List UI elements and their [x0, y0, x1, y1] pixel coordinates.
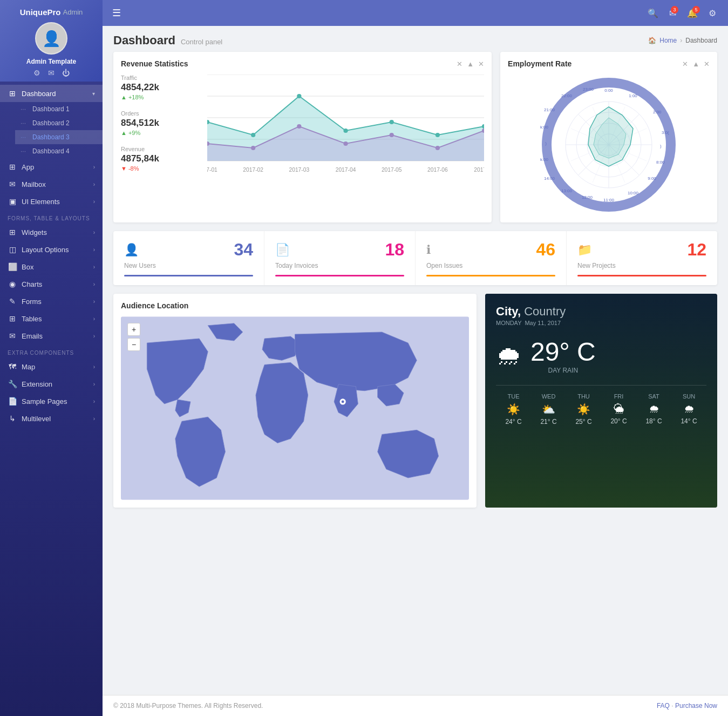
- sidebar-item-dashboard4[interactable]: Dashboard 4: [15, 144, 103, 158]
- sidebar-item-widgets[interactable]: ⊞ Widgets ›: [0, 224, 103, 241]
- sidebar-item-emails[interactable]: ✉ Emails ›: [0, 327, 103, 345]
- sidebar-item-app[interactable]: ⊞ App ›: [0, 158, 103, 175]
- svg-text:2:00: 2:00: [653, 110, 662, 114]
- sidebar-item-dashboard[interactable]: ⊞ Dashboard ▾: [0, 85, 103, 102]
- layout-options-icon: ◫: [8, 245, 17, 254]
- svg-text:0:00: 0:00: [604, 88, 613, 93]
- audience-card-header: Audience Location: [121, 301, 469, 310]
- employment-expand-btn[interactable]: ✕: [704, 60, 710, 68]
- sidebar-item-dashboard2[interactable]: Dashboard 2: [15, 116, 103, 130]
- avatar: 👤: [35, 22, 67, 55]
- map-controls: + −: [127, 323, 140, 351]
- map-zoom-out-button[interactable]: −: [127, 338, 140, 351]
- new-users-value: 34: [234, 240, 253, 260]
- revenue-card-title: Revenue Statistics: [121, 59, 188, 68]
- topbar: ☰ 🔍 ✉ 3 🔔 5 ⚙: [103, 0, 728, 26]
- sidebar-item-extension[interactable]: 🔧 Extension ›: [0, 375, 103, 393]
- settings-button[interactable]: ⚙: [706, 6, 718, 21]
- sidebar-item-map[interactable]: 🗺 Map ›: [0, 358, 103, 375]
- sample-pages-arrow-icon: ›: [93, 398, 95, 404]
- sidebar-item-sample-pages[interactable]: 📄 Sample Pages ›: [0, 393, 103, 410]
- forms-label: Forms: [22, 298, 42, 306]
- svg-point-14: [343, 129, 348, 133]
- stat-traffic-change: ▲ +18%: [121, 94, 201, 100]
- stat-revenue-change: ▼ -8%: [121, 165, 201, 172]
- map-zoom-in-button[interactable]: +: [127, 323, 140, 336]
- dashboard3-label: Dashboard 3: [32, 133, 70, 141]
- audience-card-title: Audience Location: [121, 301, 188, 310]
- new-users-label: New Users: [124, 262, 253, 269]
- stats-open-issues: ℹ 46 Open Issues: [416, 231, 567, 285]
- stat-orders-change: ▲ +9%: [121, 130, 201, 136]
- open-issues-label: Open Issues: [426, 262, 555, 269]
- svg-text:2017-03: 2017-03: [289, 167, 310, 173]
- forecast-thu-temp: 25° C: [566, 418, 601, 425]
- stats-new-projects: 📁 12 New Projects: [567, 231, 717, 285]
- layout-options-arrow-icon: ›: [93, 247, 95, 253]
- new-projects-label: New Projects: [577, 262, 706, 269]
- employment-card-title: Employment Rate: [508, 59, 571, 68]
- stat-traffic-label: Traffic: [121, 75, 201, 81]
- brand-unique: UniquePro: [20, 8, 61, 17]
- svg-text:11:00: 11:00: [603, 198, 615, 202]
- svg-text:14:00: 14:00: [544, 176, 555, 181]
- svg-text:9:00: 9:00: [648, 176, 656, 181]
- forecast-tue-label: TUE: [496, 393, 531, 400]
- sidebar-header: UniquePro Admin 👤 Admin Template ⚙ ✉ ⏻: [0, 0, 103, 82]
- footer-copyright: © 2018 Multi-Purpose Themes. All Rights …: [113, 702, 263, 710]
- weather-condition-icon: 🌧: [496, 341, 522, 370]
- sidebar-label-dashboard: Dashboard: [22, 90, 56, 98]
- hamburger-button[interactable]: ☰: [112, 7, 121, 19]
- footer-faq-link[interactable]: FAQ: [657, 702, 670, 710]
- forecast-sat-icon: 🌧: [636, 403, 671, 415]
- emails-arrow-icon: ›: [93, 333, 95, 339]
- mailbox-arrow-icon: ›: [93, 181, 95, 187]
- layout-options-label: Layout Options: [22, 246, 69, 254]
- svg-text:3:0(: 3:0(: [662, 130, 669, 135]
- revenue-expand-btn[interactable]: ✕: [478, 60, 484, 68]
- svg-point-13: [297, 94, 301, 98]
- sidebar-item-charts[interactable]: ◉ Charts ›: [0, 275, 103, 293]
- user-mail-icon[interactable]: ✉: [48, 69, 55, 77]
- forecast-sat: SAT 🌧 18° C: [636, 393, 671, 425]
- mail-button[interactable]: ✉ 3: [667, 6, 678, 21]
- notifications-button[interactable]: 🔔 5: [685, 6, 700, 21]
- ui-elements-label: UI Elements: [22, 198, 60, 206]
- user-settings-icon[interactable]: ⚙: [33, 69, 40, 77]
- sidebar-item-multilevel[interactable]: ↳ Multilevel ›: [0, 410, 103, 427]
- search-button[interactable]: 🔍: [645, 6, 661, 21]
- user-power-icon[interactable]: ⏻: [62, 69, 70, 77]
- sidebar-item-layout-options[interactable]: ◫ Layout Options ›: [0, 241, 103, 258]
- extension-arrow-icon: ›: [93, 381, 95, 387]
- employment-collapse-btn[interactable]: ▲: [692, 60, 699, 68]
- revenue-collapse-btn[interactable]: ▲: [467, 60, 474, 68]
- employment-close-btn[interactable]: ✕: [682, 60, 688, 68]
- stat-revenue-label: Revenue: [121, 146, 201, 152]
- stat-traffic: Traffic 4854,22k ▲ +18%: [121, 75, 201, 100]
- mailbox-label: Mailbox: [22, 180, 46, 188]
- footer-purchase-link[interactable]: Purchase Now: [675, 702, 717, 710]
- sidebar-item-tables[interactable]: ⊞ Tables ›: [0, 310, 103, 327]
- tables-arrow-icon: ›: [93, 316, 95, 322]
- brand-admin: Admin: [63, 8, 83, 16]
- sample-pages-label: Sample Pages: [22, 397, 67, 406]
- sidebar-item-forms[interactable]: ✎ Forms ›: [0, 293, 103, 310]
- world-map-svg: [121, 316, 469, 500]
- sidebar-user-icons: ⚙ ✉ ⏻: [6, 69, 96, 77]
- revenue-chart-svg: 0 5 10 15 20: [207, 75, 484, 183]
- sidebar-item-ui-elements[interactable]: ▣ UI Elements ›: [0, 193, 103, 210]
- forecast-wed-icon: ⛅: [531, 403, 566, 416]
- svg-text:12:00: 12:00: [582, 195, 593, 200]
- sidebar-item-dashboard3[interactable]: Dashboard 3: [15, 130, 103, 144]
- sidebar: UniquePro Admin 👤 Admin Template ⚙ ✉ ⏻ ⊞…: [0, 0, 103, 716]
- forms-arrow-icon: ›: [93, 299, 95, 305]
- sidebar-item-mailbox[interactable]: ✉ Mailbox ›: [0, 175, 103, 193]
- stat-traffic-value: 4854,22k: [121, 82, 201, 93]
- sidebar-item-dashboard1[interactable]: Dashboard 1: [15, 102, 103, 116]
- stats-issues-top: ℹ 46: [426, 240, 555, 260]
- new-users-icon: 👤: [124, 243, 139, 257]
- breadcrumb-home-link[interactable]: Home: [659, 37, 677, 44]
- svg-text:10:00: 10:00: [628, 191, 639, 195]
- revenue-close-btn[interactable]: ✕: [457, 60, 462, 68]
- sidebar-item-box[interactable]: ⬜ Box ›: [0, 258, 103, 275]
